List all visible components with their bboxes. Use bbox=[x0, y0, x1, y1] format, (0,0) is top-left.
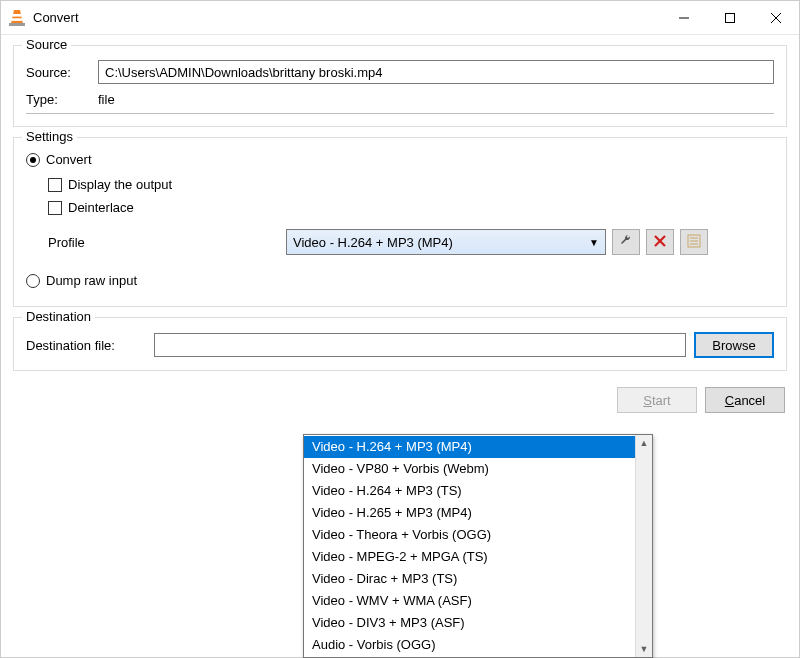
profile-option[interactable]: Video - MPEG-2 + MPGA (TS) bbox=[304, 546, 635, 568]
svg-rect-3 bbox=[9, 23, 25, 26]
wrench-icon bbox=[619, 234, 633, 251]
profile-dropdown-items: Video - H.264 + MP3 (MP4)Video - VP80 + … bbox=[304, 435, 635, 657]
profile-label: Profile bbox=[26, 235, 286, 250]
start-button[interactable]: Start bbox=[617, 387, 697, 413]
type-label: Type: bbox=[26, 92, 98, 107]
convert-dialog: Convert Source Source: Type: file bbox=[0, 0, 800, 658]
svg-rect-5 bbox=[726, 13, 735, 22]
list-new-icon bbox=[687, 234, 701, 251]
display-output-checkbox[interactable]: Display the output bbox=[48, 177, 172, 192]
cancel-button-label: Cancel bbox=[725, 393, 765, 408]
source-group: Source Source: Type: file bbox=[13, 45, 787, 127]
profile-option[interactable]: Video - DIV3 + MP3 (ASF) bbox=[304, 612, 635, 634]
svg-rect-2 bbox=[12, 18, 23, 21]
settings-legend: Settings bbox=[22, 129, 77, 144]
profile-option[interactable]: Video - Theora + Vorbis (OGG) bbox=[304, 524, 635, 546]
browse-button[interactable]: Browse bbox=[694, 332, 774, 358]
chevron-down-icon: ▼ bbox=[589, 237, 599, 248]
dump-raw-label: Dump raw input bbox=[46, 273, 137, 288]
profile-option[interactable]: Video - H.265 + MP3 (MP4) bbox=[304, 502, 635, 524]
radio-icon bbox=[26, 153, 40, 167]
start-button-label: Start bbox=[643, 393, 670, 408]
profile-option[interactable]: Video - Dirac + MP3 (TS) bbox=[304, 568, 635, 590]
new-profile-button[interactable] bbox=[680, 229, 708, 255]
scroll-up-icon: ▲ bbox=[640, 438, 649, 448]
dialog-footer: Start Cancel bbox=[13, 381, 787, 413]
profile-option[interactable]: Video - H.264 + MP3 (TS) bbox=[304, 480, 635, 502]
edit-profile-button[interactable] bbox=[612, 229, 640, 255]
dump-raw-radio[interactable]: Dump raw input bbox=[26, 273, 137, 288]
deinterlace-checkbox[interactable]: Deinterlace bbox=[48, 200, 134, 215]
client-area: Source Source: Type: file Settings Conve… bbox=[1, 35, 799, 657]
destination-file-label: Destination file: bbox=[26, 338, 146, 353]
profile-selected-text: Video - H.264 + MP3 (MP4) bbox=[293, 235, 453, 250]
convert-radio[interactable]: Convert bbox=[26, 152, 92, 167]
destination-group: Destination Destination file: Browse bbox=[13, 317, 787, 371]
radio-icon bbox=[26, 274, 40, 288]
profile-dropdown-list[interactable]: Video - H.264 + MP3 (MP4)Video - VP80 + … bbox=[303, 434, 653, 658]
display-output-label: Display the output bbox=[68, 177, 172, 192]
delete-profile-button[interactable] bbox=[646, 229, 674, 255]
window-title: Convert bbox=[33, 10, 661, 25]
minimize-button[interactable] bbox=[661, 1, 707, 34]
dropdown-scrollbar[interactable]: ▲ ▼ bbox=[635, 435, 652, 657]
destination-file-input[interactable] bbox=[154, 333, 686, 357]
deinterlace-label: Deinterlace bbox=[68, 200, 134, 215]
svg-marker-0 bbox=[11, 10, 23, 24]
profile-option[interactable]: Audio - Vorbis (OGG) bbox=[304, 634, 635, 656]
profile-option[interactable]: Video - VP80 + Vorbis (Webm) bbox=[304, 458, 635, 480]
close-button[interactable] bbox=[753, 1, 799, 34]
scroll-down-icon: ▼ bbox=[640, 644, 649, 654]
checkbox-icon bbox=[48, 178, 62, 192]
maximize-button[interactable] bbox=[707, 1, 753, 34]
window-controls bbox=[661, 1, 799, 34]
checkbox-icon bbox=[48, 201, 62, 215]
convert-radio-label: Convert bbox=[46, 152, 92, 167]
titlebar: Convert bbox=[1, 1, 799, 35]
destination-legend: Destination bbox=[22, 309, 95, 324]
type-value: file bbox=[98, 92, 115, 107]
profile-option[interactable]: Video - WMV + WMA (ASF) bbox=[304, 590, 635, 612]
profile-option[interactable]: Video - H.264 + MP3 (MP4) bbox=[304, 436, 635, 458]
profile-combobox[interactable]: Video - H.264 + MP3 (MP4) ▼ bbox=[286, 229, 606, 255]
vlc-icon bbox=[7, 8, 27, 28]
x-icon bbox=[654, 235, 666, 250]
source-input[interactable] bbox=[98, 60, 774, 84]
source-legend: Source bbox=[22, 37, 71, 52]
cancel-button[interactable]: Cancel bbox=[705, 387, 785, 413]
svg-rect-1 bbox=[12, 14, 22, 17]
browse-button-label: Browse bbox=[712, 338, 755, 353]
source-label: Source: bbox=[26, 65, 98, 80]
settings-group: Settings Convert Display the output Dein… bbox=[13, 137, 787, 307]
